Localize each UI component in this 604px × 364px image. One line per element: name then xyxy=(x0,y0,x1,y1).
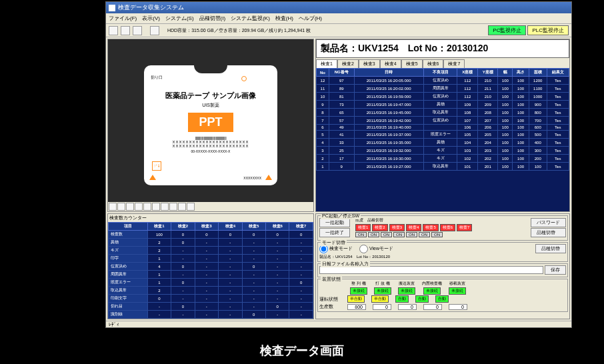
table-row[interactable]: 4332011/03/25 16:19:35.000異物104204100100… xyxy=(317,139,569,147)
rotate-icon[interactable] xyxy=(143,203,151,211)
op-status: 自動 xyxy=(435,295,449,303)
sw-label[interactable]: 検査6 xyxy=(440,224,455,231)
table-row[interactable]: 8652011/03/25 16:19:45.000取込異常1082081001… xyxy=(317,109,569,117)
op-status: 自動 xyxy=(415,295,429,303)
tb-drive-icon[interactable] xyxy=(150,26,159,35)
sw-label[interactable]: 検査4 xyxy=(406,224,421,231)
table-row: 取込異常2------ xyxy=(109,287,313,295)
type-change-button-2[interactable]: 品種切替 xyxy=(535,244,566,253)
table-row[interactable]: 6492011/03/25 16:19:40.00010620610010060… xyxy=(317,125,569,131)
table-row[interactable]: 10812011/03/25 16:19:59.000位置決め112210100… xyxy=(317,93,569,101)
info-icon[interactable] xyxy=(169,203,177,211)
password-button[interactable]: パスワード xyxy=(531,218,566,227)
package-notch xyxy=(194,65,227,73)
col-header[interactable]: 幅 xyxy=(498,69,513,77)
menu-inspect[interactable]: 検査(H) xyxy=(275,15,293,22)
hdd-status: HDD容量：315.00 GB／空き容量：209.94 GB／残り約 1,294… xyxy=(167,27,311,34)
col-header: 検査2 xyxy=(171,223,195,231)
sw-on[interactable]: ON xyxy=(381,232,392,237)
tab-2[interactable]: 検査2 xyxy=(337,59,359,68)
col-header[interactable]: NG番号 xyxy=(329,69,354,77)
tab-5[interactable]: 検査5 xyxy=(401,59,423,68)
menu-file[interactable]: ファイル(F) xyxy=(109,15,137,22)
app-icon xyxy=(109,5,115,11)
sw-label[interactable]: 検査7 xyxy=(457,224,472,231)
sw-on[interactable]: ON xyxy=(368,232,379,237)
table-row[interactable]: 3252011/03/25 16:19:32.000キズ103203100100… xyxy=(317,147,569,155)
table-row: 印刷文字0------ xyxy=(109,295,313,303)
mode-view-radio[interactable] xyxy=(359,245,368,253)
pc-monitor-button[interactable]: PC監視停止 xyxy=(488,25,526,35)
save-button[interactable]: 保存 xyxy=(545,265,566,275)
tb-print-icon[interactable] xyxy=(133,26,142,35)
next-icon[interactable] xyxy=(187,203,195,211)
fit-icon[interactable] xyxy=(126,203,134,211)
table-row: 印字1------ xyxy=(109,255,313,263)
menubar: ファイル(F) 表示(V) システム(S) 品種切替(I) システム監視(K) … xyxy=(106,13,571,24)
tb-save-icon[interactable] xyxy=(121,26,130,35)
col-header[interactable]: 結果文 xyxy=(547,69,569,77)
col-header[interactable]: 日時 xyxy=(354,69,423,77)
tab-3[interactable]: 検査3 xyxy=(359,59,380,68)
tb-open-icon[interactable] xyxy=(109,26,118,35)
table-row: キズ2------ xyxy=(109,247,313,255)
zoom-out-icon[interactable] xyxy=(117,203,125,211)
zoom-in-icon[interactable] xyxy=(109,203,117,211)
col-header: 検査1 xyxy=(147,223,171,231)
sw-label[interactable]: 検査2 xyxy=(372,224,387,231)
prod-count: 0 xyxy=(449,304,467,310)
save-img-icon[interactable] xyxy=(178,203,186,211)
table-row[interactable]: 11892011/03/25 16:20:02.000周囲異常112211100… xyxy=(317,85,569,93)
control-pane: PC起動／停止SW 一括起動 一括終了 照度 品種切替 検査1検査2検査3検査4… xyxy=(315,213,570,319)
col-header: 検査3 xyxy=(195,223,218,231)
auto-start-button[interactable]: 一括起動 xyxy=(319,218,350,227)
pan-icon[interactable] xyxy=(135,203,143,211)
menu-monitor[interactable]: システム監視(K) xyxy=(231,15,270,22)
sw-label[interactable]: 検査3 xyxy=(389,224,405,231)
sw-on[interactable]: ON xyxy=(355,232,367,237)
package-x2: XXXXXXXXXXXXXXXXXXXXXXX xyxy=(172,144,249,148)
tab-7[interactable]: 検査7 xyxy=(443,59,465,68)
table-row[interactable]: 12972011/03/25 16:20:05.000位置決め112210100… xyxy=(317,77,569,85)
table-row: 切れ目-0---0- xyxy=(109,303,313,311)
menu-help[interactable]: ヘルプ(H) xyxy=(299,15,322,22)
table-row[interactable]: 2172011/03/25 16:19:30.000キズ102202100100… xyxy=(317,155,569,163)
table-row[interactable]: 5412011/03/25 16:19:37.000照度エラー105205100… xyxy=(317,131,569,139)
sw-on[interactable]: ON xyxy=(431,232,443,237)
menu-system[interactable]: システム(S) xyxy=(165,15,194,22)
sw-on[interactable]: ON xyxy=(406,232,417,237)
plc-monitor-button[interactable]: PLC監視停止 xyxy=(527,25,569,35)
menu-type[interactable]: 品種切替(I) xyxy=(199,15,226,22)
titlebar[interactable]: 検査データ収集システム xyxy=(106,2,571,13)
col-header[interactable]: X座標 xyxy=(457,69,478,77)
pla-icon: ﾌﾟﾗ xyxy=(152,161,161,171)
notch-label: 切り口 xyxy=(151,75,163,81)
sw-section: PC起動／停止SW 一括起動 一括終了 照度 品種切替 検査1検査2検査3検査4… xyxy=(317,215,568,241)
sw-label[interactable]: 検査1 xyxy=(355,224,371,231)
auto-stop-button[interactable]: 一括終了 xyxy=(319,228,350,237)
table-row[interactable]: 7572011/03/25 16:19:42.000位置決め1072071001… xyxy=(317,117,569,125)
col-header[interactable]: No xyxy=(317,69,329,77)
sw-on[interactable]: ON xyxy=(419,232,430,237)
col-header: 検査7 xyxy=(289,223,313,231)
mode-product: 製品名：UKV1254 Lot No：20130120 xyxy=(319,254,566,260)
col-header[interactable]: 高さ xyxy=(513,69,529,77)
measure-icon[interactable] xyxy=(161,203,169,211)
inspection-grid[interactable]: NoNG番号日時不良項目X座標Y座標幅高さ面積結果文12972011/03/25… xyxy=(316,68,569,211)
grid-icon[interactable] xyxy=(152,203,160,211)
tab-1[interactable]: 検査1 xyxy=(316,59,337,68)
type-change-button[interactable]: 品種切替 xyxy=(531,228,566,237)
sw-label[interactable]: 検査5 xyxy=(423,224,438,231)
col-header: 検査4 xyxy=(219,223,242,231)
tab-4[interactable]: 検査4 xyxy=(380,59,401,68)
col-header[interactable]: Y座標 xyxy=(477,69,498,77)
menu-view[interactable]: 表示(V) xyxy=(142,15,160,22)
col-header[interactable]: 面積 xyxy=(529,69,547,77)
op-status: 自動 xyxy=(395,295,409,303)
table-row[interactable]: 9732011/03/25 16:19:47.000異物109209100100… xyxy=(317,101,569,109)
sw-on[interactable]: ON xyxy=(393,232,405,237)
col-header[interactable]: 不良項目 xyxy=(423,69,457,77)
tab-6[interactable]: 検査6 xyxy=(423,59,444,68)
table-row[interactable]: 192011/03/25 16:19:27.000取込異常10120110010… xyxy=(317,163,569,171)
triangle-br-icon xyxy=(265,175,272,180)
